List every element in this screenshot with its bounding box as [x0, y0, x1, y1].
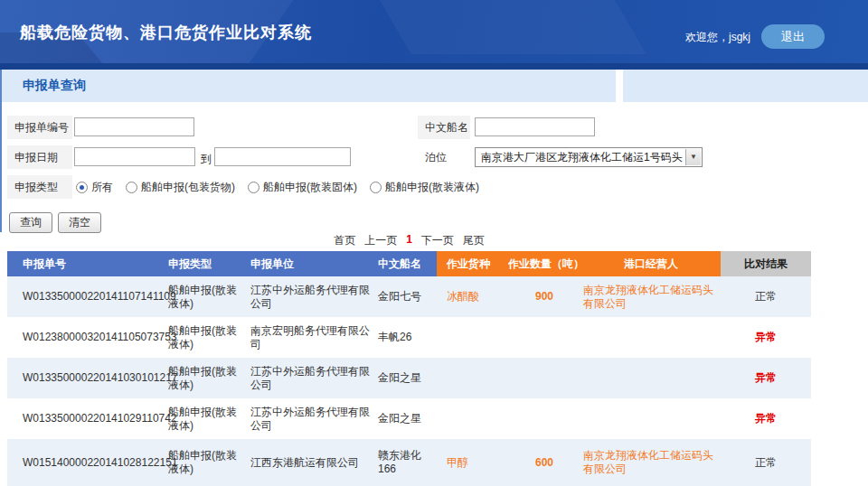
pagination-current-page: 1	[406, 233, 412, 248]
left-border	[0, 70, 2, 232]
radio-icon	[370, 182, 382, 193]
cell-agent: 江苏中外运船务代理有限公司	[240, 406, 373, 433]
col-header-result: 比对结果	[721, 251, 811, 276]
pagination: 首页 上一页 1 下一页 尾页	[7, 233, 811, 248]
logout-button[interactable]: 退出	[761, 24, 825, 49]
cell-result: 异常	[721, 371, 811, 385]
declaration-no-label: 申报单编号	[7, 116, 72, 139]
chevron-down-icon: ▼	[685, 149, 701, 165]
radio-bulk-liquid[interactable]: 船舶申报(散装液体)	[370, 180, 479, 195]
welcome-text: 欢迎您，jsgkj	[685, 30, 750, 45]
cell-ship: 金阳七号	[373, 290, 437, 304]
cell-result: 正常	[721, 456, 811, 470]
berth-select-value: 南京港大厂港区龙翔液体化工储运1号码头	[481, 151, 683, 164]
pagination-next[interactable]: 下一页	[421, 233, 454, 248]
col-header-cargo: 作业货种	[437, 251, 508, 276]
declaration-no-input[interactable]	[74, 117, 194, 136]
radio-icon	[248, 182, 259, 193]
cell-agent: 江苏中外运船务代理有限公司	[240, 365, 373, 392]
table-body: W013350000220141107141109 船舶申报(散装液体) 江苏中…	[7, 276, 811, 486]
berth-label: 泊位	[418, 145, 470, 169]
cell-type: 船舶申报(散装液体)	[161, 449, 240, 476]
cell-qty: 600	[508, 456, 580, 470]
radio-bulk-solid[interactable]: 船舶申报(散装固体)	[248, 180, 357, 195]
col-header-declaration-no: 申报单号	[7, 251, 161, 276]
cell-type: 船舶申报(散装液体)	[161, 406, 240, 433]
col-header-operator: 港口经营人	[580, 251, 721, 276]
cell-agent: 南京宏明船务代理有限公司	[240, 324, 373, 351]
cell-type: 船舶申报(散装液体)	[161, 324, 240, 351]
table-row[interactable]: W012380000320141105073753 船舶申报(散装液体) 南京宏…	[7, 317, 811, 358]
app-header: 船载危险货物、港口危货作业比对系统 欢迎您，jsgkj 退出	[0, 0, 868, 63]
cell-cargo: 冰醋酸	[437, 290, 508, 304]
pagination-last[interactable]: 尾页	[463, 233, 485, 248]
cell-result: 异常	[721, 331, 811, 344]
cell-type: 船舶申报(散装液体)	[161, 284, 240, 311]
date-label: 申报日期	[7, 145, 72, 169]
cell-ship: 丰帆26	[373, 331, 437, 344]
col-header-type: 申报类型	[161, 251, 240, 276]
cell-ship: 金阳之星	[373, 412, 437, 425]
table-header-row: 申报单号 申报类型 申报单位 中文船名 作业货种 作业数量（吨） 港口经营人 比…	[7, 251, 811, 276]
ship-name-label: 中文船名	[418, 116, 470, 139]
col-header-agent: 申报单位	[240, 251, 373, 276]
radio-all[interactable]: 所有	[76, 180, 113, 195]
cell-declaration-no: W013350000220141107141109	[7, 290, 161, 304]
cell-operator: 南京龙翔液体化工储运码头有限公司	[580, 284, 721, 311]
cell-ship: 赣东港化166	[373, 449, 437, 476]
date-to-label: 到	[201, 152, 212, 167]
cell-cargo: 甲醇	[437, 456, 508, 470]
table-row[interactable]: W013350000220141030101217 船舶申报(散装液体) 江苏中…	[7, 358, 811, 398]
results-table: 申报单号 申报类型 申报单位 中文船名 作业货种 作业数量（吨） 港口经营人 比…	[7, 251, 811, 486]
radio-icon	[76, 182, 88, 193]
header-bottom-edge	[0, 63, 868, 70]
cell-declaration-no: W015140000220141028122151	[7, 456, 161, 470]
radio-packaged-goods[interactable]: 船舶申报(包装货物)	[126, 180, 235, 195]
table-row[interactable]: W015140000220141028122151 船舶申报(散装液体) 江西东…	[7, 439, 811, 486]
pagination-prev[interactable]: 上一页	[364, 233, 397, 248]
cell-ship: 金阳之星	[373, 371, 437, 385]
cell-declaration-no: W013350000220141029110742	[7, 412, 161, 425]
cell-type: 船舶申报(散装液体)	[161, 365, 240, 392]
pagination-first[interactable]: 首页	[334, 233, 355, 248]
type-label: 申报类型	[7, 175, 72, 199]
query-button[interactable]: 查询	[9, 212, 52, 233]
radio-icon	[126, 182, 137, 193]
cell-operator: 南京龙翔液体化工储运码头有限公司	[580, 449, 721, 476]
date-to-input[interactable]	[214, 147, 351, 166]
page: 船载危险货物、港口危货作业比对系统 欢迎您，jsgkj 退出 申报单查询 申报单…	[0, 0, 868, 486]
declaration-type-radio-group: 所有 船舶申报(包装货物) 船舶申报(散装固体) 船舶申报(散装液体)	[76, 180, 479, 195]
page-title: 申报单查询	[23, 78, 86, 94]
ship-name-input[interactable]	[475, 117, 595, 136]
date-from-input[interactable]	[74, 147, 195, 166]
radio-label: 船舶申报(散装液体)	[385, 180, 479, 195]
section-band-right	[623, 70, 868, 102]
berth-select[interactable]: 南京港大厂港区龙翔液体化工储运1号码头 ▼	[475, 147, 703, 167]
cell-declaration-no: W013350000220141030101217	[7, 371, 161, 385]
header-decoration	[348, 0, 646, 54]
app-title: 船载危险货物、港口危货作业比对系统	[20, 22, 312, 43]
table-row[interactable]: W013350000220141107141109 船舶申报(散装液体) 江苏中…	[7, 276, 811, 317]
radio-label: 船舶申报(散装固体)	[263, 180, 357, 195]
cell-agent: 江西东港航运有限公司	[240, 456, 373, 470]
cell-qty: 900	[508, 290, 580, 304]
cell-agent: 江苏中外运船务代理有限公司	[240, 284, 373, 311]
cell-declaration-no: W012380000320141105073753	[7, 331, 161, 344]
section-band	[2, 70, 616, 102]
radio-label: 船舶申报(包装货物)	[141, 180, 235, 195]
table-row[interactable]: W013350000220141029110742 船舶申报(散装液体) 江苏中…	[7, 398, 811, 439]
radio-label: 所有	[91, 180, 113, 195]
col-header-qty: 作业数量（吨）	[508, 251, 580, 276]
cell-result: 正常	[721, 290, 811, 304]
cell-result: 异常	[721, 412, 811, 425]
col-header-ship: 中文船名	[373, 251, 437, 276]
clear-button[interactable]: 清空	[58, 212, 101, 233]
